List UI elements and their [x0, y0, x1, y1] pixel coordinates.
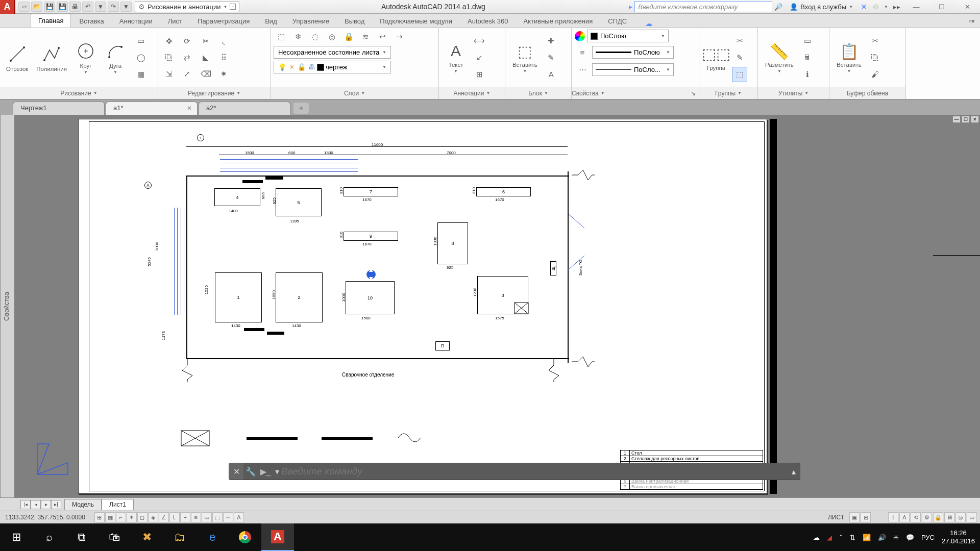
tpy-toggle-icon[interactable]: ▭: [202, 512, 212, 522]
layer-current-combo[interactable]: 💡 ☀ 🔓 🖶 чертеж ▼: [274, 61, 391, 73]
ribbon-minimize-icon[interactable]: ▫▾: [964, 15, 980, 28]
block-attr-icon[interactable]: A: [544, 67, 559, 82]
layer-prev-icon[interactable]: ↩: [375, 29, 390, 44]
snap-toggle-icon[interactable]: ⊞: [94, 512, 105, 522]
arc-button[interactable]: Дуга▼: [102, 39, 129, 76]
osnap-toggle-icon[interactable]: ◻: [137, 512, 148, 522]
trim-icon[interactable]: ✂: [198, 34, 213, 49]
linetype-combo[interactable]: ПоСло...▼: [592, 63, 674, 76]
cloud-icon[interactable]: ☁: [645, 19, 652, 28]
close-button[interactable]: ✕: [954, 0, 980, 14]
ribbon-tab-output[interactable]: Вывод: [337, 15, 372, 28]
panel-modify-title[interactable]: Редактирование▼: [158, 87, 270, 99]
ws-toggle-icon[interactable]: ⚙: [922, 512, 932, 522]
new-icon[interactable]: ▱: [18, 2, 30, 12]
layer-freeze-icon[interactable]: ❄: [290, 29, 306, 44]
ribbon-tab-plugins[interactable]: Подключаемые модули: [373, 15, 459, 28]
nav-first-icon[interactable]: |◂: [20, 500, 31, 509]
panel-block-title[interactable]: Блок▼: [505, 87, 571, 99]
lineweight-combo[interactable]: ПоСлою▼: [592, 46, 674, 59]
id-icon[interactable]: ℹ: [800, 67, 815, 82]
close-icon[interactable]: ✕: [187, 105, 192, 112]
color-combo[interactable]: ПоСлою▼: [587, 30, 669, 42]
layer-state-combo[interactable]: Несохраненное состояние листа▼: [274, 46, 391, 59]
undo-icon[interactable]: ↶: [82, 2, 93, 12]
infocenter-search[interactable]: Введите ключевое слово/фразу: [634, 1, 772, 12]
save-icon[interactable]: 💾: [44, 2, 55, 12]
ungroup-icon[interactable]: ✂: [732, 33, 747, 48]
undo-dropdown-icon[interactable]: ▼: [95, 2, 106, 12]
panel-draw-title[interactable]: Рисование▼: [0, 87, 158, 99]
chevron-down-icon[interactable]: ▼: [882, 5, 890, 9]
panel-groups-title[interactable]: Группы▼: [699, 87, 757, 99]
vp-close-icon[interactable]: ✕: [971, 116, 979, 123]
maxvp-icon[interactable]: ▣: [849, 512, 860, 522]
tray-wifi-icon[interactable]: 📶: [863, 534, 871, 541]
autodesk360-icon[interactable]: ♲: [870, 3, 882, 11]
layer-props-icon[interactable]: ⬚: [274, 29, 289, 44]
polar-toggle-icon[interactable]: ✶: [127, 512, 137, 522]
redo-dropdown-icon[interactable]: ▼: [120, 2, 132, 12]
paper-viewport[interactable]: 11600 1500 600 1500 7000 1: [78, 119, 767, 494]
sc-toggle-icon[interactable]: ↔: [223, 512, 233, 522]
panel-layers-title[interactable]: Слои▼: [271, 87, 438, 99]
new-doc-tab-button[interactable]: ＋: [293, 103, 309, 114]
ribbon-tab-param[interactable]: Параметризация: [190, 15, 257, 28]
tray-avira-icon[interactable]: ◢: [827, 534, 832, 541]
signin-button[interactable]: 👤 Вход в службы ▼: [785, 3, 858, 11]
properties-palette-collapsed[interactable]: Свойства: [0, 115, 14, 497]
cmdline-close-icon[interactable]: ✕: [229, 463, 243, 480]
chamfer-icon[interactable]: ◣: [198, 50, 213, 65]
leader-icon[interactable]: ↙: [472, 50, 487, 65]
table-icon[interactable]: ⊞: [472, 67, 487, 82]
doc-tab[interactable]: Чертеж1: [13, 102, 105, 115]
ribbon-tab-layout[interactable]: Лист: [161, 15, 189, 28]
line-button[interactable]: Отрезок: [3, 42, 31, 73]
grid-toggle-icon[interactable]: ▦: [105, 512, 115, 522]
layer-match-icon[interactable]: ≋: [358, 29, 373, 44]
ribbon-tab-a360[interactable]: Autodesk 360: [460, 15, 516, 28]
fillet-icon[interactable]: ◟: [216, 34, 231, 49]
saveas-icon[interactable]: 💾: [57, 2, 68, 12]
tray-action-icon[interactable]: 💬: [906, 534, 914, 541]
lineweight-icon[interactable]: ≡: [575, 44, 590, 60]
exchange-icon[interactable]: ✕: [858, 3, 870, 11]
quickcalc-icon[interactable]: 🖩: [800, 50, 815, 65]
nav-prev-icon[interactable]: ◂: [31, 500, 41, 509]
minimize-button[interactable]: —: [903, 0, 929, 14]
ribbon-tab-view[interactable]: Вид: [258, 15, 284, 28]
ellipse-icon[interactable]: ◯: [133, 50, 149, 65]
otrack-toggle-icon[interactable]: ∠: [159, 512, 169, 522]
open-icon[interactable]: 📂: [31, 2, 42, 12]
stretch-icon[interactable]: ⇲: [161, 66, 177, 82]
coords-display[interactable]: 1133.3242, 357.7515, 0.0000: [0, 514, 90, 521]
rotate-icon[interactable]: ⟳: [179, 34, 194, 49]
hardware-icon[interactable]: 🖥: [944, 512, 954, 522]
annovis-icon[interactable]: A: [899, 512, 910, 522]
mirror-icon[interactable]: ⇄: [179, 50, 194, 65]
layer-lock-icon[interactable]: 🔒: [341, 29, 356, 44]
vp-max-icon[interactable]: ☐: [962, 116, 970, 123]
search-icon[interactable]: ⌕: [33, 523, 65, 551]
doc-tab[interactable]: a2*: [199, 102, 290, 115]
ribbon-tab-home[interactable]: Главная: [31, 14, 71, 28]
paste-button[interactable]: 📋Вставить▼: [832, 40, 866, 74]
drawing-canvas[interactable]: — ☐ ✕ 11600 1500 600 1500 7000 1: [14, 115, 980, 497]
workspace-close-icon[interactable]: –: [230, 4, 236, 10]
annoauto-icon[interactable]: ⟲: [911, 512, 921, 522]
copy-icon[interactable]: ⿻: [868, 50, 883, 65]
ortho-toggle-icon[interactable]: ⌐: [116, 512, 126, 522]
linetype-icon[interactable]: ⋯: [575, 62, 590, 77]
tray-lang[interactable]: РУС: [921, 534, 935, 541]
layer-iso-icon[interactable]: ◎: [324, 29, 339, 44]
toolbar-lock-icon[interactable]: 🔒: [933, 512, 943, 522]
ribbon-tab-spds[interactable]: СПДС: [601, 15, 634, 28]
edge-icon[interactable]: e: [196, 523, 229, 551]
cleanscreen-icon[interactable]: ▭: [967, 512, 977, 522]
copy-icon[interactable]: ⿻: [161, 50, 177, 65]
qp-toggle-icon[interactable]: ⬚: [212, 512, 223, 522]
tools-icon[interactable]: ✖: [131, 523, 163, 551]
polyline-button[interactable]: Полилиния: [33, 42, 70, 73]
more-icon[interactable]: ▸▸: [890, 3, 903, 11]
text-button[interactable]: AТекст▼: [442, 40, 470, 74]
